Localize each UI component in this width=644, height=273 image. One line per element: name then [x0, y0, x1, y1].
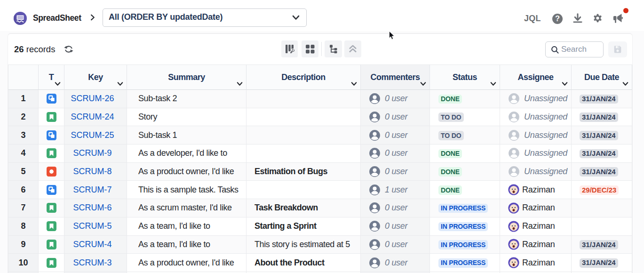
svg-text:?: ?: [555, 14, 560, 23]
